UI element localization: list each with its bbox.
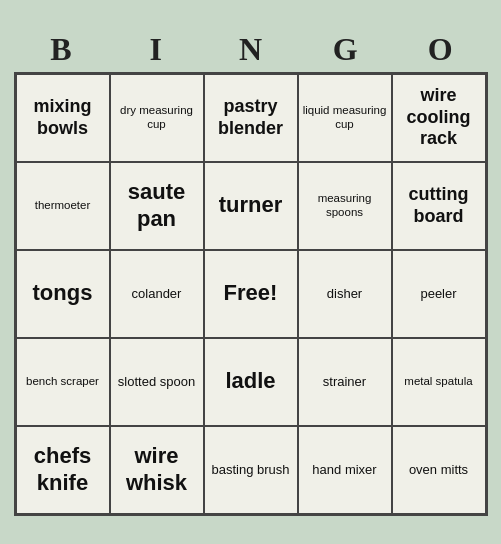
- bingo-cell-3: liquid measuring cup: [298, 74, 392, 162]
- bingo-cell-19: metal spatula: [392, 338, 486, 426]
- bingo-grid: mixing bowlsdry measuring cuppastry blen…: [14, 72, 488, 516]
- bingo-header: BINGO: [14, 29, 488, 70]
- bingo-cell-5: thermoeter: [16, 162, 110, 250]
- bingo-cell-4: wire cooling rack: [392, 74, 486, 162]
- bingo-cell-8: measuring spoons: [298, 162, 392, 250]
- bingo-cell-15: bench scraper: [16, 338, 110, 426]
- bingo-cell-13: disher: [298, 250, 392, 338]
- bingo-cell-0: mixing bowls: [16, 74, 110, 162]
- bingo-cell-2: pastry blender: [204, 74, 298, 162]
- header-letter-n: N: [203, 29, 298, 70]
- bingo-cell-16: slotted spoon: [110, 338, 204, 426]
- bingo-cell-24: oven mitts: [392, 426, 486, 514]
- bingo-cell-18: strainer: [298, 338, 392, 426]
- bingo-cell-10: tongs: [16, 250, 110, 338]
- header-letter-b: B: [14, 29, 109, 70]
- header-letter-g: G: [298, 29, 393, 70]
- bingo-cell-17: ladle: [204, 338, 298, 426]
- bingo-cell-22: basting brush: [204, 426, 298, 514]
- bingo-cell-21: wire whisk: [110, 426, 204, 514]
- bingo-cell-7: turner: [204, 162, 298, 250]
- bingo-cell-20: chefs knife: [16, 426, 110, 514]
- bingo-cell-9: cutting board: [392, 162, 486, 250]
- bingo-cell-6: saute pan: [110, 162, 204, 250]
- bingo-cell-14: peeler: [392, 250, 486, 338]
- header-letter-i: I: [108, 29, 203, 70]
- bingo-cell-11: colander: [110, 250, 204, 338]
- header-letter-o: O: [393, 29, 488, 70]
- bingo-cell-12: Free!: [204, 250, 298, 338]
- bingo-card: BINGO mixing bowlsdry measuring cuppastr…: [6, 21, 496, 524]
- bingo-cell-1: dry measuring cup: [110, 74, 204, 162]
- bingo-cell-23: hand mixer: [298, 426, 392, 514]
